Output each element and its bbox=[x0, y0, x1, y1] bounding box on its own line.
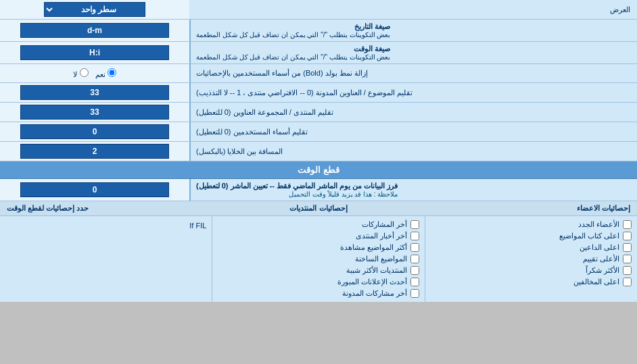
forum-order-input-cell bbox=[0, 103, 189, 122]
user-trim-label: تقليم أسماء المستخدمين (0 للتعطيل) bbox=[189, 122, 637, 141]
time-format-input-cell bbox=[0, 42, 189, 63]
cell-spacing-row: المسافة بين الخلايا (بالبكسل) bbox=[0, 142, 637, 161]
check-last-news[interactable] bbox=[410, 232, 419, 240]
check-item: اعلى المخالفين bbox=[431, 276, 632, 288]
check-item: المنتديات الأكثر شببة bbox=[218, 265, 419, 276]
check-latest-ads[interactable] bbox=[410, 278, 419, 286]
display-select[interactable]: سطر واحد bbox=[44, 2, 145, 17]
cut-time-input-cell bbox=[0, 179, 189, 201]
check-most-viewed[interactable] bbox=[410, 243, 419, 252]
topic-order-row: تقليم الموضوع / العناوين المدونة (0 -- ا… bbox=[0, 83, 637, 103]
user-trim-input[interactable] bbox=[20, 124, 169, 139]
check-top-inviters[interactable] bbox=[623, 243, 632, 252]
check-item: اعلى كتاب المواضيع bbox=[431, 230, 632, 242]
cut-section-title: قطع الوقت bbox=[0, 161, 637, 179]
check-top-violators[interactable] bbox=[623, 278, 632, 286]
checkboxes-header: إحصائيات الاعضاء إحصائيات المنتديات حدد … bbox=[0, 201, 637, 216]
check-item: أحدث الإعلانات المبورة bbox=[218, 276, 419, 288]
checkbox-header-right: إحصائيات الاعضاء bbox=[423, 204, 630, 213]
time-format-row: صيغة الوقت بعض التكوينات يتطلب "/" التي … bbox=[0, 42, 637, 64]
bold-remove-label: إزالة نمط بولد (Bold) من أسماء المستخدمي… bbox=[189, 64, 637, 82]
time-format-label: صيغة الوقت بعض التكوينات يتطلب "/" التي … bbox=[189, 42, 637, 63]
display-label: العرض bbox=[189, 3, 637, 17]
check-item: الأكثر شكراً bbox=[431, 265, 632, 276]
bold-remove-row: إزالة نمط بولد (Bold) من أسماء المستخدمي… bbox=[0, 64, 637, 83]
check-new-members[interactable] bbox=[623, 220, 632, 229]
user-trim-input-cell bbox=[0, 122, 189, 141]
check-most-thanks[interactable] bbox=[623, 266, 632, 275]
if-fil-label: If FIL bbox=[5, 219, 206, 232]
date-format-input[interactable] bbox=[20, 23, 169, 38]
bold-radio-group: نعم لا bbox=[73, 68, 116, 79]
display-select-cell: سطر واحد bbox=[0, 0, 189, 19]
date-format-label: صيغة التاريخ بعض التكوينات يتطلب "/" الت… bbox=[189, 20, 637, 41]
check-item: الأعضاء الجدد bbox=[431, 219, 632, 230]
check-item: أخر أخبار المنتدى bbox=[218, 230, 419, 242]
main-container: العرض سطر واحد صيغة التاريخ بعض التكوينا… bbox=[0, 0, 637, 302]
bold-remove-radio-cell: نعم لا bbox=[0, 64, 189, 82]
bold-yes-label: نعم bbox=[95, 68, 116, 79]
check-hot-topics[interactable] bbox=[410, 255, 419, 263]
check-most-similar[interactable] bbox=[410, 266, 419, 275]
forum-order-input[interactable] bbox=[20, 105, 169, 120]
check-item: أخر مشاركات المدونة bbox=[218, 288, 419, 299]
topic-order-input-cell bbox=[0, 83, 189, 102]
check-item: الأعلى تقييم bbox=[431, 253, 632, 265]
check-item: المواضيع الساخنة bbox=[218, 253, 419, 265]
checkbox-header-left: حدد إحصائيات لقطع الوقت bbox=[7, 204, 214, 213]
check-top-rated[interactable] bbox=[623, 255, 632, 263]
topic-order-input[interactable] bbox=[20, 85, 169, 100]
bold-no-label: لا bbox=[73, 68, 88, 79]
forums-column: أخر المشاركات أخر أخبار المنتدى أكثر الم… bbox=[212, 216, 424, 302]
cell-spacing-input-cell bbox=[0, 142, 189, 161]
checkboxes-body: الأعضاء الجدد اعلى كتاب المواضيع اعلى ال… bbox=[0, 216, 637, 302]
check-last-posts[interactable] bbox=[410, 220, 419, 229]
check-last-blog-posts[interactable] bbox=[410, 289, 419, 298]
cell-spacing-label: المسافة بين الخلايا (بالبكسل) bbox=[189, 142, 637, 161]
check-item: أكثر المواضيع مشاهدة bbox=[218, 242, 419, 253]
date-format-input-cell bbox=[0, 20, 189, 41]
cut-time-row: فرز البيانات من يوم الماشر الماضي فقط --… bbox=[0, 179, 637, 201]
user-trim-row: تقليم أسماء المستخدمين (0 للتعطيل) bbox=[0, 122, 637, 142]
checkbox-header-mid: إحصائيات المنتديات bbox=[214, 204, 422, 213]
cut-time-label: فرز البيانات من يوم الماشر الماضي فقط --… bbox=[189, 179, 637, 201]
time-format-input[interactable] bbox=[20, 45, 169, 60]
bold-yes-radio[interactable] bbox=[108, 68, 116, 77]
members-column: الأعضاء الجدد اعلى كتاب المواضيع اعلى ال… bbox=[425, 216, 637, 302]
forum-order-label: تقليم المنتدى / المجموعة العناوين (0 للت… bbox=[189, 103, 637, 122]
forum-order-row: تقليم المنتدى / المجموعة العناوين (0 للت… bbox=[0, 103, 637, 122]
check-item: اعلى الداعين bbox=[431, 242, 632, 253]
apply-column: If FIL bbox=[0, 216, 212, 302]
topic-order-label: تقليم الموضوع / العناوين المدونة (0 -- ا… bbox=[189, 83, 637, 102]
check-top-topic-writers[interactable] bbox=[623, 232, 632, 240]
date-format-row: صيغة التاريخ بعض التكوينات يتطلب "/" الت… bbox=[0, 20, 637, 42]
check-item: أخر المشاركات bbox=[218, 219, 419, 230]
cut-time-input[interactable] bbox=[20, 182, 169, 197]
cell-spacing-input[interactable] bbox=[20, 144, 169, 159]
bold-no-radio[interactable] bbox=[80, 68, 89, 77]
display-row: العرض سطر واحد bbox=[0, 0, 637, 20]
